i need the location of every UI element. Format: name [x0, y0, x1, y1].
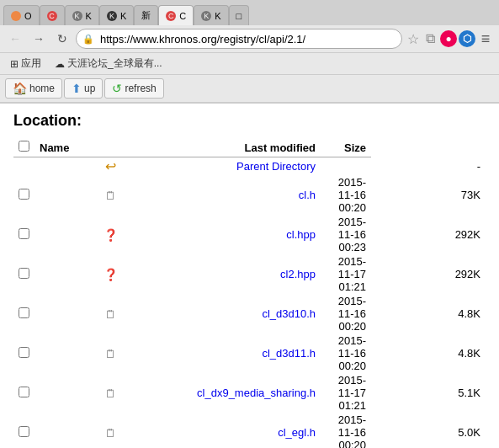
tab-3[interactable]: K K	[65, 5, 99, 25]
col-header-modified: Last modified	[186, 138, 321, 157]
row-name-cell: cl_egl.h	[186, 413, 321, 448]
page-content: Location: Name Last modified Size ↩Paren…	[0, 104, 499, 448]
address-bar-row: ← → ↻ 🔒 ☆ ⧉ ● ⬡ ≡	[0, 25, 499, 53]
row-checkbox[interactable]	[19, 268, 29, 279]
row-size-cell: -	[371, 157, 486, 176]
unknown-file-icon: ❓	[104, 228, 118, 242]
home-label: home	[29, 83, 55, 94]
col-header-size: Size	[321, 138, 371, 157]
lock-icon: 🔒	[82, 34, 94, 45]
row-size-cell: 292K	[371, 215, 486, 254]
refresh-icon: ↺	[112, 82, 122, 95]
file-link[interactable]: cl2.hpp	[280, 268, 316, 280]
refresh-nav-link[interactable]: ↺ refresh	[104, 78, 163, 99]
menu-btn[interactable]: ≡	[477, 30, 494, 47]
address-input[interactable]	[76, 29, 402, 49]
forward-button[interactable]: →	[29, 29, 49, 49]
row-modified-cell: 2015-11-16 00:20	[321, 333, 371, 373]
row-modified-cell: 2015-11-16 00:20	[321, 294, 371, 333]
file-icon: 🗒	[105, 308, 116, 321]
row-checkbox[interactable]	[19, 347, 29, 358]
file-icon: 🗒	[105, 348, 116, 360]
file-link[interactable]: cl.hpp	[286, 228, 316, 241]
blue-btn[interactable]: ⬡	[459, 30, 475, 47]
unknown-file-icon: ❓	[104, 268, 118, 281]
row-modified-cell: 2015-11-16 00:23	[321, 215, 371, 254]
chrome-menu-icons: ● ⬡ ≡	[440, 30, 494, 47]
tab-4[interactable]: K K	[99, 5, 134, 25]
home-nav-link[interactable]: 🏠 home	[5, 78, 62, 99]
col-header-name: Name	[35, 138, 186, 157]
table-row: ❓cl2.hpp2015-11-17 01:21292K	[13, 254, 486, 294]
bookmarks-tianya-label: 天涯论坛_全球最有...	[67, 56, 162, 71]
row-modified-cell: 2015-11-17 01:21	[321, 373, 371, 413]
bookmarks-apps-label: 应用	[21, 56, 41, 71]
tab-6[interactable]: C C	[158, 5, 194, 25]
address-wrapper: 🔒	[76, 29, 402, 49]
file-link[interactable]: cl.h	[299, 189, 316, 201]
table-row: 🗒cl_egl.h2015-11-16 00:205.0K	[13, 413, 486, 448]
bookmarks-tianya[interactable]: ☁ 天涯论坛_全球最有...	[50, 55, 167, 72]
bookmarks-bar: ⊞ 应用 ☁ 天涯论坛_全球最有...	[0, 53, 499, 75]
row-modified-cell: 2015-11-16 00:20	[321, 175, 371, 215]
parent-dir-link[interactable]: Parent Directory	[236, 160, 316, 173]
row-size-cell: 73K	[371, 175, 486, 215]
tab-bar: O C K K K K 新 C C K K □	[0, 0, 499, 25]
row-checkbox[interactable]	[19, 228, 29, 239]
row-icon-cell: 🗒	[35, 294, 186, 333]
apps-icon: ⊞	[10, 58, 19, 70]
row-checkbox-cell	[13, 294, 35, 333]
row-name-cell: cl_dx9_media_sharing.h	[186, 373, 321, 413]
row-icon-cell: 🗒	[35, 175, 186, 215]
row-checkbox-cell	[13, 175, 35, 215]
row-checkbox[interactable]	[19, 426, 29, 437]
tab-7[interactable]: K K	[194, 5, 228, 25]
home-icon: 🏠	[13, 82, 27, 95]
tab-5[interactable]: 新	[134, 5, 158, 25]
table-row: 🗒cl_d3d10.h2015-11-16 00:204.8K	[13, 294, 486, 333]
reload-button[interactable]: ↻	[52, 29, 72, 49]
row-checkbox-cell	[13, 413, 35, 448]
table-row: ↩Parent Directory-	[13, 157, 486, 176]
table-row: 🗒cl.h2015-11-16 00:2073K	[13, 175, 486, 215]
row-icon-cell: ❓	[35, 254, 186, 294]
select-all-checkbox[interactable]	[19, 141, 29, 152]
row-icon-cell: 🗒	[35, 373, 186, 413]
browser-chrome: O C K K K K 新 C C K K □ ← → ↻	[0, 0, 499, 104]
extra-icon[interactable]: ⧉	[424, 31, 437, 46]
bookmarks-apps[interactable]: ⊞ 应用	[5, 55, 46, 72]
table-row: 🗒cl_d3d11.h2015-11-16 00:204.8K	[13, 333, 486, 373]
row-checkbox-cell	[13, 373, 35, 413]
up-nav-link[interactable]: ⬆ up	[64, 78, 103, 99]
row-modified-cell: 2015-11-17 01:21	[321, 254, 371, 294]
parent-dir-icon: ↩	[105, 159, 116, 173]
row-checkbox[interactable]	[19, 387, 29, 397]
row-icon-cell: ❓	[35, 215, 186, 254]
tab-8[interactable]: □	[229, 5, 250, 25]
back-button[interactable]: ←	[5, 29, 25, 49]
file-link[interactable]: cl_egl.h	[278, 426, 316, 439]
row-checkbox[interactable]	[19, 307, 29, 318]
file-table: Name Last modified Size ↩Parent Director…	[13, 138, 486, 448]
row-checkbox-cell	[13, 215, 35, 254]
tab-2[interactable]: C	[40, 5, 65, 25]
row-name-cell: cl_d3d10.h	[186, 294, 321, 333]
refresh-label: refresh	[125, 83, 156, 94]
table-row: 🗒cl_dx9_media_sharing.h2015-11-17 01:215…	[13, 373, 486, 413]
row-checkbox[interactable]	[19, 189, 29, 200]
row-size-cell: 4.8K	[371, 294, 486, 333]
row-icon-cell: ↩	[35, 157, 186, 176]
up-label: up	[84, 83, 95, 94]
up-icon: ⬆	[72, 82, 82, 95]
file-icon: 🗒	[105, 427, 116, 440]
row-checkbox-cell	[13, 157, 35, 176]
row-size-cell: 4.8K	[371, 333, 486, 373]
file-link[interactable]: cl_dx9_media_sharing.h	[197, 387, 316, 399]
star-icon[interactable]: ☆	[406, 31, 421, 47]
file-link[interactable]: cl_d3d11.h	[262, 347, 316, 360]
file-icon: 🗒	[105, 387, 116, 400]
row-name-cell: Parent Directory	[186, 157, 321, 176]
red-btn[interactable]: ●	[440, 30, 457, 47]
file-link[interactable]: cl_d3d10.h	[262, 307, 316, 320]
tab-1[interactable]: O	[3, 5, 40, 25]
